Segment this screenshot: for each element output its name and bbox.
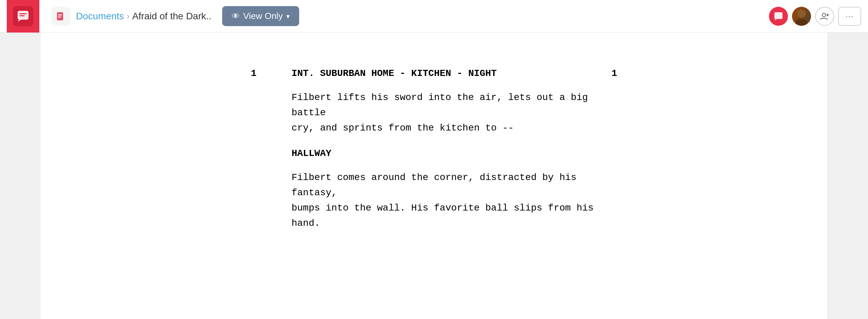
- action-text-2: Filbert comes around the corner, distrac…: [292, 170, 617, 231]
- scene-number-left: 1: [251, 66, 271, 81]
- breadcrumb-documents-link[interactable]: Documents: [76, 11, 124, 22]
- action-text-1: Filbert lifts his sword into the air, le…: [292, 90, 617, 136]
- action-text-2-content: Filbert comes around the corner, distrac…: [292, 172, 594, 228]
- breadcrumb-separator: ›: [127, 12, 130, 21]
- notification-avatar[interactable]: [769, 7, 788, 26]
- chat-bubble-icon: [17, 10, 29, 22]
- view-only-button[interactable]: 👁 View Only ▾: [222, 6, 299, 26]
- eye-icon: 👁: [232, 12, 240, 21]
- user-avatar[interactable]: [792, 7, 811, 26]
- script-content: 1 INT. SUBURBAN HOME - KITCHEN - NIGHT 1…: [231, 53, 638, 256]
- svg-marker-3: [18, 20, 21, 22]
- right-sidebar: [827, 33, 868, 319]
- svg-rect-8: [774, 12, 783, 19]
- chat-notification-icon: [774, 12, 783, 21]
- more-options-button[interactable]: ···: [838, 7, 861, 26]
- add-user-button[interactable]: [815, 7, 834, 26]
- svg-rect-5: [58, 14, 62, 15]
- app-logo: [7, 0, 39, 33]
- app-icon-inner: [13, 6, 33, 26]
- scene-heading-row: 1 INT. SUBURBAN HOME - KITCHEN - NIGHT 1: [251, 66, 617, 81]
- view-only-label: View Only: [243, 11, 283, 21]
- header-actions: ···: [769, 7, 861, 26]
- left-sidebar: [0, 33, 41, 319]
- user-add-icon: [820, 12, 829, 21]
- chevron-down-icon: ▾: [286, 12, 290, 20]
- scene-heading-text: INT. SUBURBAN HOME - KITCHEN - NIGHT: [292, 66, 597, 81]
- svg-rect-7: [58, 17, 61, 18]
- document-area: 1 INT. SUBURBAN HOME - KITCHEN - NIGHT 1…: [41, 33, 827, 319]
- svg-rect-1: [19, 13, 27, 14]
- svg-marker-9: [774, 19, 777, 20]
- breadcrumb: Documents › Afraid of the Dark..: [76, 11, 211, 22]
- svg-rect-2: [19, 15, 25, 16]
- main-layout: 1 INT. SUBURBAN HOME - KITCHEN - NIGHT 1…: [0, 33, 868, 319]
- avatar-head: [797, 9, 806, 18]
- scene-number-right: 1: [597, 66, 617, 81]
- svg-point-10: [822, 13, 826, 17]
- svg-rect-6: [58, 16, 61, 16]
- breadcrumb-document-title: Afraid of the Dark..: [132, 11, 211, 22]
- header: Documents › Afraid of the Dark.. 👁 View …: [0, 0, 868, 33]
- document-icon-button[interactable]: [52, 7, 71, 26]
- action-text-1-content: Filbert lifts his sword into the air, le…: [292, 92, 588, 133]
- document-icon: [56, 12, 66, 21]
- sub-heading: HALLWAY: [292, 146, 617, 161]
